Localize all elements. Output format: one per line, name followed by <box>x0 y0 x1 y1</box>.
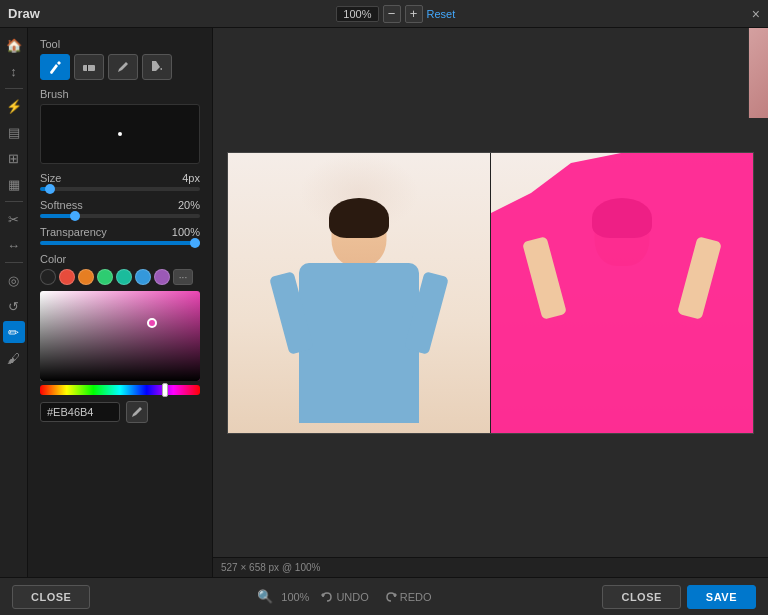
transparency-header: Transparency 100% <box>40 226 200 238</box>
move-icon[interactable]: ↕ <box>3 60 25 82</box>
swatch-blue[interactable] <box>135 269 151 285</box>
layers-icon[interactable]: ▤ <box>3 121 25 143</box>
zoom-reset-button[interactable]: Reset <box>427 8 456 20</box>
brush-tool-button[interactable] <box>40 54 70 80</box>
right-image <box>491 153 753 433</box>
size-label: Size <box>40 172 61 184</box>
undo-button[interactable]: UNDO <box>317 591 372 603</box>
left-image <box>228 153 490 433</box>
softness-label: Softness <box>40 199 83 211</box>
transparency-slider[interactable] <box>40 241 200 245</box>
top-bar: Draw 100% − + Reset × <box>0 0 768 28</box>
svg-rect-1 <box>87 65 88 71</box>
crop-icon[interactable]: ✂ <box>3 208 25 230</box>
size-slider-row: Size 4px <box>40 172 200 191</box>
redo-button[interactable]: REDO <box>381 591 436 603</box>
canvas-wrapper <box>227 152 754 434</box>
eraser-tool-button[interactable] <box>74 54 104 80</box>
brush-preview <box>40 104 200 164</box>
color-swatches: ··· <box>40 269 200 285</box>
size-header: Size 4px <box>40 172 200 184</box>
bottom-bar: CLOSE 🔍 100% UNDO REDO CLOSE SAVE <box>0 577 768 615</box>
swatch-purple[interactable] <box>154 269 170 285</box>
zoom-minus-button[interactable]: − <box>383 5 401 23</box>
transparency-value: 100% <box>172 226 200 238</box>
right-shirt-area <box>562 228 682 408</box>
color-section: Color ··· <box>40 253 200 423</box>
transparency-slider-row: Transparency 100% <box>40 226 200 245</box>
fill-tool-button[interactable] <box>142 54 172 80</box>
toolbar-divider-1 <box>5 88 23 89</box>
close-button[interactable]: CLOSE <box>602 585 680 609</box>
hex-input[interactable] <box>40 402 120 422</box>
dropper-tool-button[interactable] <box>108 54 138 80</box>
softness-header: Softness 20% <box>40 199 200 211</box>
transparency-label: Transparency <box>40 226 107 238</box>
canvas-info-bar: 527 × 658 px @ 100% <box>213 557 768 577</box>
softness-slider-row: Softness 20% <box>40 199 200 218</box>
hex-row <box>40 401 200 423</box>
more-colors-button[interactable]: ··· <box>173 269 193 285</box>
swatch-black[interactable] <box>40 269 56 285</box>
canvas-container[interactable] <box>213 28 768 557</box>
draw-icon[interactable]: ✏ <box>3 321 25 343</box>
redo-label: REDO <box>400 591 432 603</box>
thumbnail-strip <box>748 28 768 118</box>
brush-section: Brush <box>40 88 200 164</box>
swatch-teal[interactable] <box>116 269 132 285</box>
close-panel-button[interactable]: CLOSE <box>12 585 90 609</box>
left-toolbar: 🏠 ↕ ⚡ ▤ ⊞ ▦ ✂ ↔ ◎ ↺ ✏ 🖌 <box>0 28 28 577</box>
paint-icon[interactable]: 🖌 <box>3 347 25 369</box>
canvas-area: 527 × 658 px @ 100% <box>213 28 768 577</box>
brush-label: Brush <box>40 88 200 100</box>
window-close-button[interactable]: × <box>752 6 760 22</box>
zoom-icon: 🔍 <box>257 589 273 604</box>
bottom-left: CLOSE <box>12 585 90 609</box>
brush-dot <box>118 132 122 136</box>
main-content: 🏠 ↕ ⚡ ▤ ⊞ ▦ ✂ ↔ ◎ ↺ ✏ 🖌 Tool <box>0 28 768 577</box>
size-slider[interactable] <box>40 187 200 191</box>
tool-section: Tool <box>40 38 200 80</box>
color-picker-area[interactable] <box>40 291 200 381</box>
home-icon[interactable]: 🏠 <box>3 34 25 56</box>
rainbow-slider[interactable] <box>40 385 200 395</box>
toolbar-divider-2 <box>5 201 23 202</box>
softness-value: 20% <box>178 199 200 211</box>
eyedropper-button[interactable] <box>126 401 148 423</box>
swatch-orange[interactable] <box>78 269 94 285</box>
save-button[interactable]: SAVE <box>687 585 756 609</box>
swatch-red[interactable] <box>59 269 75 285</box>
size-value: 4px <box>182 172 200 184</box>
zoom-value-display: 100% <box>336 6 378 22</box>
undo-label: UNDO <box>336 591 368 603</box>
tool-label: Tool <box>40 38 200 50</box>
panel-title: Draw <box>8 6 40 21</box>
pattern-icon[interactable]: ▦ <box>3 173 25 195</box>
svg-rect-0 <box>83 65 95 71</box>
color-picker-gradient <box>40 291 200 381</box>
circle-icon[interactable]: ◎ <box>3 269 25 291</box>
grid-icon[interactable]: ⊞ <box>3 147 25 169</box>
color-label: Color <box>40 253 200 265</box>
softness-slider[interactable] <box>40 214 200 218</box>
toolbar-divider-3 <box>5 262 23 263</box>
lightning-icon[interactable]: ⚡ <box>3 95 25 117</box>
left-person <box>269 193 449 433</box>
history-icon[interactable]: ↺ <box>3 295 25 317</box>
canvas-info-text: 527 × 658 px @ 100% <box>221 562 320 573</box>
zoom-percent-label: 100% <box>281 591 309 603</box>
bottom-center: 🔍 100% UNDO REDO <box>257 589 435 604</box>
zoom-plus-button[interactable]: + <box>405 5 423 23</box>
swatch-green[interactable] <box>97 269 113 285</box>
tool-buttons <box>40 54 200 80</box>
bottom-right: CLOSE SAVE <box>602 585 756 609</box>
transform-icon[interactable]: ↔ <box>3 234 25 256</box>
rainbow-thumb <box>162 383 168 397</box>
draw-panel: Tool <box>28 28 213 577</box>
